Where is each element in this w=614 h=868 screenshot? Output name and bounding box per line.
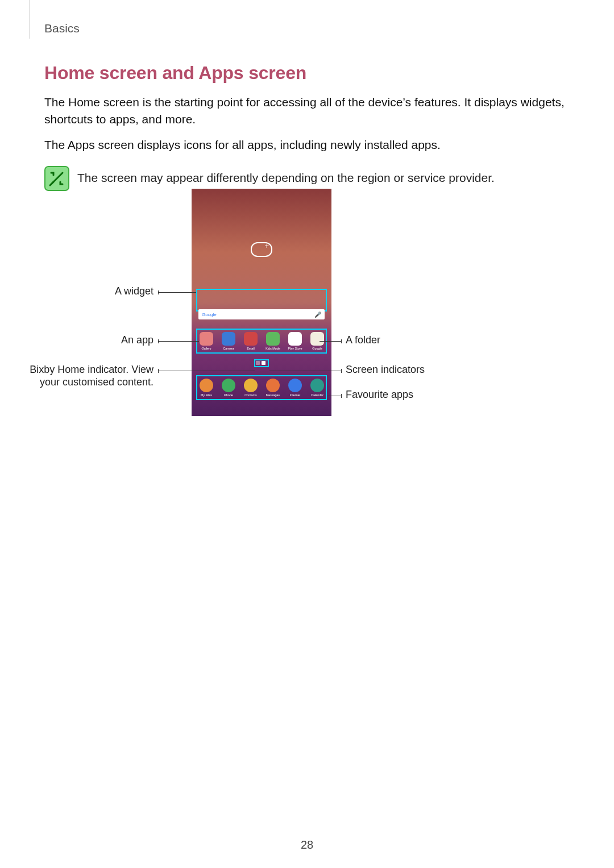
section-label: Basics (44, 22, 80, 35)
lead-favs (327, 396, 341, 396)
app-contacts: Contacts (242, 379, 260, 397)
app-my-files: My Files (197, 379, 215, 397)
callout-app: An app (45, 334, 154, 346)
google-logo-text: Google (202, 312, 217, 317)
note-block: The screen may appear differently depend… (44, 166, 567, 191)
lead-bixby (158, 371, 255, 371)
page-content: Home screen and Apps screen The Home scr… (44, 63, 567, 191)
tick-widget (158, 290, 159, 294)
apps-row: Gallery Camera Email Kids Mode Play Stor… (192, 330, 331, 350)
callout-favs: Favourite apps (346, 389, 413, 401)
page-title: Home screen and Apps screen (44, 63, 567, 84)
app-kids-mode: Kids Mode (264, 332, 282, 350)
callout-indicators: Screen indicators (346, 364, 425, 376)
callout-widget: A widget (45, 285, 154, 297)
app-calendar: Calendar (308, 379, 326, 397)
mic-icon: 🎤 (314, 312, 321, 318)
callout-bixby-2: your customised content. (17, 376, 154, 388)
lead-widget (158, 292, 196, 293)
highlight-widget (196, 289, 327, 312)
favourites-row: My Files Phone Contacts Messages Interne… (192, 376, 331, 397)
note-text: The screen may appear differently depend… (77, 166, 495, 186)
phone-home-screen: Google 🎤 Gallery Camera Email Kids Mode … (192, 189, 331, 416)
tick-app (158, 339, 159, 343)
page-number: 28 (0, 838, 614, 852)
app-email: Email (242, 332, 260, 350)
tick-folder (341, 339, 342, 343)
tick-bixby (158, 369, 159, 373)
app-phone: Phone (219, 379, 238, 397)
tick-indicators (341, 369, 342, 373)
callout-bixby-1: Bixby Home indicator. View (17, 364, 154, 376)
app-gallery: Gallery (197, 332, 215, 350)
app-internet: Internet (286, 379, 304, 397)
screen-indicators (256, 361, 265, 365)
callout-folder: A folder (346, 334, 380, 346)
lead-indicators (269, 371, 341, 371)
lead-app (158, 341, 199, 342)
lead-folder (320, 341, 341, 342)
tick-favs (341, 394, 342, 398)
google-search-widget: Google 🎤 (198, 309, 325, 319)
paragraph-1: The Home screen is the starting point fo… (44, 94, 567, 128)
page-dot-active (262, 361, 265, 365)
paragraph-2: The Apps screen displays icons for all a… (44, 136, 567, 153)
bixby-indicator-icon (256, 361, 260, 365)
app-camera: Camera (219, 332, 238, 350)
app-messages: Messages (264, 379, 282, 397)
weather-widget-icon (251, 242, 272, 257)
app-play-store: Play Store (286, 332, 304, 350)
note-icon (44, 166, 69, 191)
header-rule (30, 0, 30, 39)
